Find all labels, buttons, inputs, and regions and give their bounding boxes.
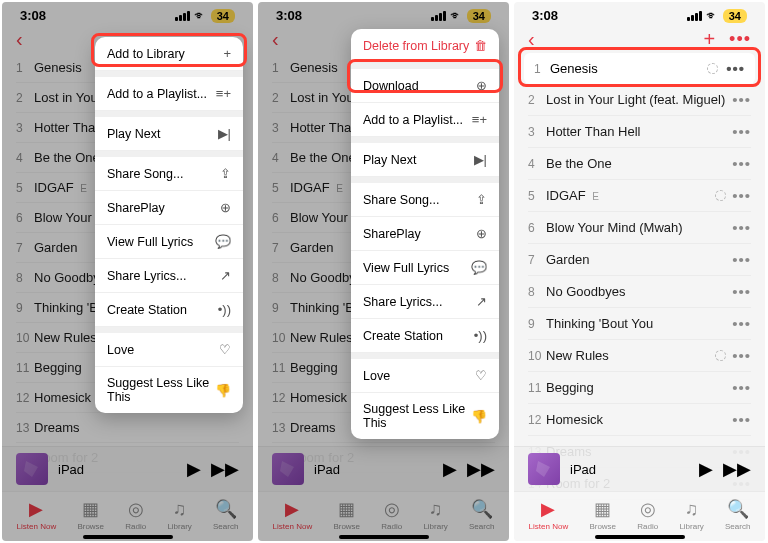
tab-listen-now[interactable]: ▶Listen Now (529, 498, 569, 531)
track-row[interactable]: 2 Lost in Your Light (feat. Miguel) ••• (528, 84, 751, 116)
forward-button[interactable]: ▶▶ (723, 458, 751, 480)
track-row[interactable]: 4 Be the One ••• (528, 148, 751, 180)
track-row[interactable]: 10 New Rules ••• (528, 340, 751, 372)
track-more-icon[interactable]: ••• (732, 411, 751, 428)
add-button[interactable]: + (703, 28, 715, 51)
track-row[interactable]: 5 IDGAF E ••• (528, 180, 751, 212)
menu-icon: ▶| (474, 152, 487, 167)
track-row[interactable]: 7 Garden ••• (528, 244, 751, 276)
track-more-icon[interactable]: ••• (732, 187, 751, 204)
album-art (528, 453, 560, 485)
phone-2: 3:08 ᯤ 34 ‹ 1 Genesis 2 Lost in Your Lig… (258, 2, 509, 541)
tab-search[interactable]: 🔍Search (725, 498, 750, 531)
track-more-icon[interactable]: ••• (732, 123, 751, 140)
menu-item[interactable]: View Full Lyrics💬 (95, 225, 243, 259)
menu-icon: ⇪ (476, 192, 487, 207)
status-bar: 3:08 ᯤ 34 (514, 2, 765, 25)
menu-item[interactable]: View Full Lyrics💬 (351, 251, 499, 285)
menu-item[interactable]: Suggest Less Like This👎 (95, 367, 243, 413)
track-row[interactable]: 11 Begging ••• (528, 372, 751, 404)
menu-download[interactable]: Download ⊕ (351, 69, 499, 103)
menu-icon: ▶| (218, 126, 231, 141)
menu-icon: 👎 (215, 383, 231, 398)
track-more-icon[interactable]: ••• (732, 379, 751, 396)
menu-icon: ↗ (476, 294, 487, 309)
track-row[interactable]: 8 No Goodbyes ••• (528, 276, 751, 308)
home-indicator (595, 535, 685, 539)
menu-icon: ♡ (219, 342, 231, 357)
menu-item[interactable]: Love♡ (351, 359, 499, 393)
track-more-icon[interactable]: ••• (732, 315, 751, 332)
download-icon: ⊕ (476, 78, 487, 93)
menu-icon: •)) (474, 328, 487, 343)
menu-icon: 💬 (215, 234, 231, 249)
menu-item[interactable]: Create Station•)) (351, 319, 499, 353)
menu-item[interactable]: Love♡ (95, 333, 243, 367)
track-list: 2 Lost in Your Light (feat. Miguel) •••3… (514, 84, 765, 500)
track-row-highlighted[interactable]: 1 Genesis ••• (524, 53, 755, 84)
menu-add-to-library[interactable]: Add to Library + (95, 37, 243, 71)
tab-library[interactable]: ♫Library (679, 499, 703, 531)
tab-bar: ▶Listen Now▦Browse◎Radio♫Library🔍Search (514, 491, 765, 541)
menu-icon: 👎 (471, 409, 487, 424)
track-more-icon[interactable]: ••• (726, 60, 745, 77)
track-more-icon[interactable]: ••• (732, 347, 751, 364)
track-row[interactable]: 12 Homesick ••• (528, 404, 751, 436)
menu-icon: ≡+ (216, 86, 231, 101)
menu-icon: ⇪ (220, 166, 231, 181)
menu-icon: ⊕ (220, 200, 231, 215)
signal-icon (687, 11, 702, 21)
menu-item[interactable]: Share Lyrics...↗ (351, 285, 499, 319)
menu-item[interactable]: SharePlay⊕ (95, 191, 243, 225)
track-more-icon[interactable]: ••• (732, 219, 751, 236)
menu-item[interactable]: Create Station•)) (95, 293, 243, 327)
status-time: 3:08 (532, 8, 558, 23)
nav-header: ‹ + ••• (514, 25, 765, 53)
tab-radio[interactable]: ◎Radio (637, 498, 658, 531)
track-more-icon[interactable]: ••• (732, 155, 751, 172)
menu-icon: ≡+ (472, 112, 487, 127)
context-menu: Add to Library + Add to a Playlist...≡+P… (95, 37, 243, 413)
menu-item[interactable]: Add to a Playlist...≡+ (351, 103, 499, 137)
menu-item[interactable]: Add to a Playlist...≡+ (95, 77, 243, 111)
tab-browse[interactable]: ▦Browse (589, 498, 616, 531)
track-more-icon[interactable]: ••• (732, 283, 751, 300)
context-menu: Delete from Library 🗑 Download ⊕ Add to … (351, 29, 499, 439)
menu-icon: ⊕ (476, 226, 487, 241)
play-button[interactable]: ▶ (699, 458, 713, 480)
menu-item[interactable]: Play Next▶| (351, 143, 499, 177)
menu-icon: 💬 (471, 260, 487, 275)
wifi-icon: ᯤ (706, 8, 719, 23)
battery-badge: 34 (723, 9, 747, 23)
menu-item[interactable]: Share Song...⇪ (95, 157, 243, 191)
download-indicator-icon (715, 350, 726, 361)
phone-3: 3:08 ᯤ 34 ‹ + ••• 1 Genesis ••• 2 Lost i… (514, 2, 765, 541)
menu-item[interactable]: Play Next▶| (95, 117, 243, 151)
menu-item[interactable]: SharePlay⊕ (351, 217, 499, 251)
download-indicator-icon (707, 63, 718, 74)
more-button[interactable]: ••• (729, 29, 751, 50)
download-indicator-icon (715, 190, 726, 201)
track-row[interactable]: 6 Blow Your Mind (Mwah) ••• (528, 212, 751, 244)
now-playing-bar[interactable]: iPad ▶ ▶▶ (514, 446, 765, 491)
menu-delete-from-library[interactable]: Delete from Library 🗑 (351, 29, 499, 63)
menu-icon: ♡ (475, 368, 487, 383)
plus-icon: + (223, 46, 231, 61)
menu-icon: •)) (218, 302, 231, 317)
track-more-icon[interactable]: ••• (732, 251, 751, 268)
track-more-icon[interactable]: ••• (732, 91, 751, 108)
menu-item[interactable]: Suggest Less Like This👎 (351, 393, 499, 439)
now-playing-title: iPad (570, 462, 699, 477)
back-button[interactable]: ‹ (528, 28, 535, 51)
track-row[interactable]: 3 Hotter Than Hell ••• (528, 116, 751, 148)
menu-item[interactable]: Share Lyrics...↗ (95, 259, 243, 293)
trash-icon: 🗑 (474, 38, 487, 53)
track-row[interactable]: 9 Thinking 'Bout You ••• (528, 308, 751, 340)
menu-icon: ↗ (220, 268, 231, 283)
menu-item[interactable]: Share Song...⇪ (351, 183, 499, 217)
phone-1: 3:08 ᯤ 34 ‹ 1 Genesis 2 Lost in Your Lig… (2, 2, 253, 541)
